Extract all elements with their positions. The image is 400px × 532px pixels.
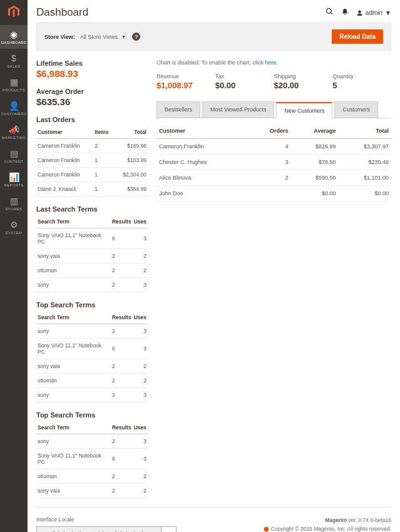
- nav-sales[interactable]: $SALES: [0, 49, 28, 73]
- store-view-bar: Store View: All Store Views ▼ ? Reload D…: [36, 23, 391, 51]
- top-search-table-1: Search TermResultsUsessony23Sony VAIO 11…: [36, 311, 148, 402]
- system-icon: ⚙: [10, 220, 18, 230]
- last-search-table: Search TermResultsUsesSony VAIO 11.1" No…: [36, 215, 148, 292]
- sidebar: ◉DASHBOARD$SALES▦PRODUCTS👤CUSTOMERS📣MARK…: [0, 0, 28, 532]
- table-row[interactable]: sony23: [36, 434, 148, 449]
- locale-label: Interface Locale: [36, 516, 177, 523]
- metric-tax: Tax$0.00: [215, 73, 274, 90]
- marketing-icon: 📣: [9, 125, 19, 135]
- table-row[interactable]: Sony VAIO 11.1" Notebook PC63: [36, 228, 148, 249]
- customers-icon: 👤: [9, 101, 19, 111]
- stores-icon: ▥: [10, 196, 18, 206]
- locale-select[interactable]: English (United States) / English (Unite…: [36, 526, 162, 532]
- table-row[interactable]: sony vaia22: [36, 249, 148, 263]
- svg-point-0: [326, 9, 331, 14]
- nav-customers[interactable]: 👤CUSTOMERS: [0, 96, 28, 120]
- tab-new-customers[interactable]: New Customers: [276, 102, 332, 118]
- products-icon: ▦: [10, 77, 18, 87]
- last-search-title: Last Search Terms: [36, 205, 148, 213]
- table-row[interactable]: ottoman22: [36, 374, 148, 388]
- table-row[interactable]: Cameron Franklin1$2,304.00: [36, 168, 148, 182]
- svg-point-2: [358, 10, 361, 13]
- magento-icon: ⬢: [264, 526, 269, 532]
- metric-quantity: Quantity5: [332, 73, 391, 90]
- user-menu[interactable]: admin ▼: [356, 9, 391, 16]
- page-title: Dashboard: [36, 6, 326, 19]
- table-row[interactable]: Chester C. Hughes3$78.50$235.49: [156, 155, 391, 170]
- table-row[interactable]: Cameron Franklin4$826.99$3,307.97: [156, 139, 391, 155]
- table-row[interactable]: sony23: [36, 388, 148, 402]
- table-row[interactable]: Diane J. Knaack1$354.99: [36, 182, 148, 197]
- caret-down-icon: ▼: [385, 9, 391, 16]
- table-row[interactable]: Sony VAIO 11.1" Notebook PC63: [36, 449, 148, 469]
- nav-dashboard[interactable]: ◉DASHBOARD: [0, 25, 28, 49]
- top-search-table-2: Search TermResultsUsessony23Sony VAIO 11…: [36, 421, 148, 498]
- tab-most-viewed-products[interactable]: Most Viewed Products: [202, 101, 274, 118]
- lifetime-sales-title: Lifetime Sales: [36, 59, 148, 67]
- nav-reports[interactable]: 📊REPORTS: [0, 168, 28, 192]
- caret-down-icon[interactable]: ▼: [121, 34, 126, 39]
- table-row[interactable]: sony vaia22: [36, 484, 148, 498]
- table-row[interactable]: sony23: [36, 278, 148, 292]
- table-row[interactable]: Cameron Franklin2$169.98: [36, 139, 148, 153]
- search-icon[interactable]: [326, 8, 334, 18]
- notifications-icon[interactable]: [341, 8, 349, 18]
- table-row[interactable]: sony23: [36, 324, 148, 339]
- dashboard-icon: ◉: [10, 29, 18, 39]
- tab-bestsellers[interactable]: Bestsellers: [156, 101, 200, 118]
- reports-icon: 📊: [9, 172, 19, 182]
- locale-dropdown-button[interactable]: ▼: [161, 526, 177, 532]
- tab-customers[interactable]: Customers: [334, 101, 378, 118]
- nav-marketing[interactable]: 📣MARKETING: [0, 120, 28, 144]
- nav-stores[interactable]: ▥STORES: [0, 192, 28, 215]
- nav-content[interactable]: ▤CONTENT: [0, 144, 28, 168]
- nav-products[interactable]: ▦PRODUCTS: [0, 73, 28, 96]
- top-search-title-2: Top Search Terms: [36, 411, 148, 419]
- last-orders-table: CustomerItemsTotalCameron Franklin2$169.…: [36, 126, 148, 197]
- metric-shipping: Shipping$20.00: [274, 73, 333, 90]
- table-row[interactable]: John Doe$0.00$0.00: [156, 186, 391, 202]
- footer: Interface Locale English (United States)…: [36, 507, 391, 532]
- help-icon[interactable]: ?: [132, 33, 140, 41]
- table-row[interactable]: ottoman22: [36, 469, 148, 484]
- table-row[interactable]: Sony VAIO 11.1" Notebook PC63: [36, 339, 148, 359]
- average-order-value: $635.36: [36, 96, 148, 107]
- last-orders-title: Last Orders: [36, 116, 148, 123]
- top-search-title-1: Top Search Terms: [36, 301, 148, 309]
- magento-logo[interactable]: [6, 4, 22, 20]
- table-row[interactable]: Alice Blinova2$550.50$1,101.00: [156, 170, 391, 186]
- chart-disabled-message: Chart is disabled. To enable the chart, …: [156, 59, 391, 66]
- svg-line-1: [331, 13, 332, 14]
- sales-icon: $: [11, 53, 16, 63]
- content-icon: ▤: [10, 148, 18, 158]
- average-order-title: Average Order: [36, 88, 148, 95]
- reload-data-button[interactable]: Reload Data: [332, 29, 383, 44]
- lifetime-sales-value: $6,988.93: [36, 68, 148, 79]
- table-row[interactable]: ottoman22: [36, 263, 148, 278]
- metric-revenue: Revenue$1,008.97: [156, 73, 215, 90]
- nav-system[interactable]: ⚙SYSTEM: [0, 215, 28, 239]
- new-customers-table: CustomerOrdersAverageTotalCameron Frankl…: [156, 123, 391, 202]
- table-row[interactable]: Cameron Franklin1$103.99: [36, 153, 148, 168]
- enable-chart-link[interactable]: here: [265, 59, 276, 66]
- store-view-select[interactable]: All Store Views: [80, 34, 118, 40]
- table-row[interactable]: sony vaia22: [36, 359, 148, 374]
